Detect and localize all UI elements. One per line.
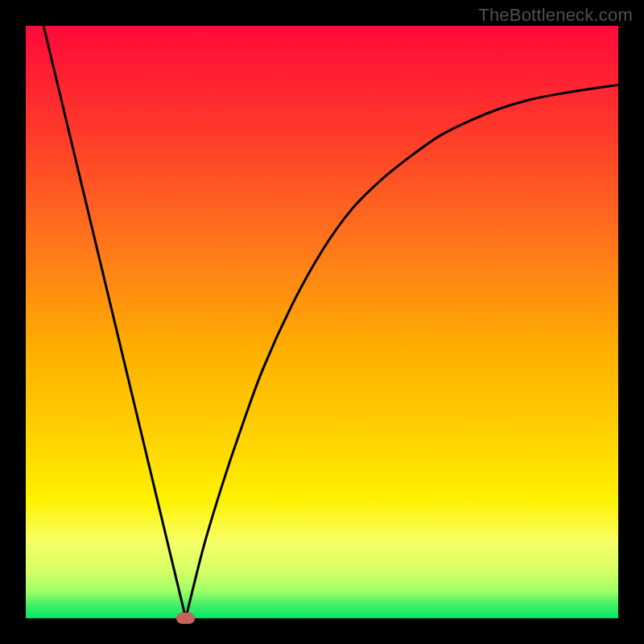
watermark-text: TheBottleneck.com	[478, 5, 633, 26]
minimum-marker	[176, 613, 196, 623]
bottleneck-chart	[26, 26, 618, 618]
chart-frame	[26, 26, 618, 618]
